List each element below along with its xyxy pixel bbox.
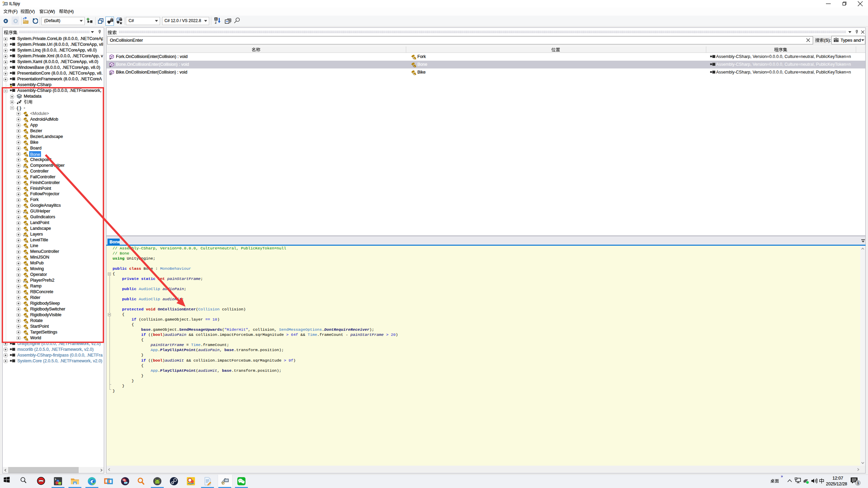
svg-text:1: 1 xyxy=(857,481,859,485)
svg-text:JA: JA xyxy=(122,479,125,481)
svg-text:Z: Z xyxy=(215,21,217,24)
svg-text:A: A xyxy=(215,17,217,21)
svg-text:DX: DX xyxy=(124,482,127,484)
